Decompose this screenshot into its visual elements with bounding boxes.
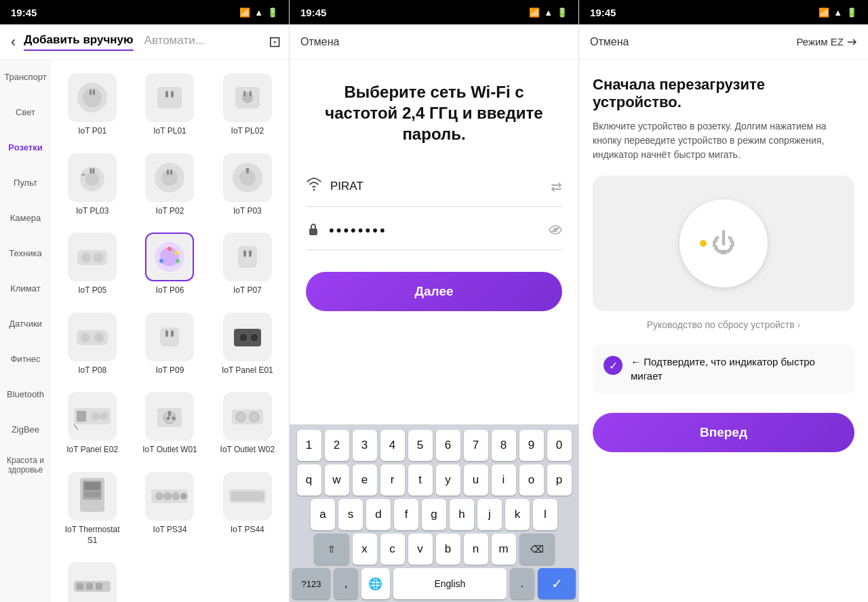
kb-key-3[interactable]: 3 — [353, 430, 377, 461]
battery-icon: 🔋 — [267, 7, 278, 18]
device-card-p09[interactable]: IoT P09 — [134, 307, 205, 382]
kb-key-8[interactable]: 8 — [492, 430, 516, 461]
device-card-ps34[interactable]: IoT PS34 — [134, 466, 205, 551]
device-card-p45[interactable]: IoT P45 — [56, 557, 128, 602]
sidebar-item-zigbee[interactable]: ZigBee — [0, 412, 51, 447]
svg-rect-3 — [93, 89, 95, 95]
device-label-p03: IoT P03 — [233, 206, 262, 217]
device-circle: ⏻ — [679, 199, 768, 287]
sidebar-item-sockets[interactable]: Розетки — [0, 130, 51, 165]
cancel-button-2[interactable]: Отмена — [300, 36, 339, 48]
kb-key-7[interactable]: 7 — [464, 430, 488, 461]
device-card-panel-e02[interactable]: IoT Panel E02 — [56, 386, 128, 461]
device-card-pl02[interactable]: IoT PL02 — [212, 68, 283, 142]
device-img-panel-e02 — [68, 392, 117, 441]
sidebar-item-beauty[interactable]: Красота и здоровье — [0, 447, 51, 483]
device-card-pl03[interactable]: IoT PL03 — [56, 148, 128, 222]
kb-key-g[interactable]: g — [422, 499, 446, 530]
device-card-p08[interactable]: IoT P08 — [56, 307, 128, 382]
device-card-p01[interactable]: IoT P01 — [56, 68, 128, 142]
sidebar-item-fitness[interactable]: Фитнес — [0, 342, 51, 377]
device-card-panel-e01[interactable]: IoT Panel E01 — [212, 307, 283, 382]
sidebar-item-climate[interactable]: Климат — [0, 271, 51, 306]
device-card-outlet-w01[interactable]: IoT Outlet W01 — [134, 386, 205, 461]
kb-key-v[interactable]: v — [408, 534, 433, 565]
kb-key-o[interactable]: o — [519, 464, 544, 496]
kb-globe-key[interactable]: 🌐 — [361, 568, 390, 599]
device-card-ps44[interactable]: IoT PS44 — [212, 466, 283, 551]
device-card-p07[interactable]: IoT P07 — [212, 227, 283, 302]
kb-key-f[interactable]: f — [394, 499, 418, 530]
wifi-row[interactable]: PIRAT ⇄ — [306, 167, 562, 207]
kb-special-key[interactable]: ?123 — [292, 568, 330, 599]
tab-manual[interactable]: Добавить вручную — [24, 33, 133, 51]
kb-key-s[interactable]: s — [338, 499, 363, 530]
kb-key-h[interactable]: h — [450, 499, 474, 530]
kb-key-4[interactable]: 4 — [380, 430, 405, 461]
kb-key-r[interactable]: r — [380, 464, 405, 496]
forward-button[interactable]: Вперед — [593, 413, 854, 452]
kb-period-key[interactable]: . — [510, 568, 534, 599]
scan-icon[interactable]: ⊡ — [269, 33, 281, 51]
device-img-panel-e01 — [223, 313, 272, 361]
sidebar-item-camera[interactable]: Камера — [0, 201, 51, 236]
device-card-outlet-w02[interactable]: IoT Outlet W02 — [212, 386, 283, 461]
sidebar-item-tech[interactable]: Техника — [0, 236, 51, 271]
kb-key-0[interactable]: 0 — [547, 430, 572, 461]
kb-key-w[interactable]: w — [325, 464, 349, 496]
svg-rect-34 — [243, 250, 246, 257]
device-card-p02[interactable]: IoT P02 — [134, 148, 205, 222]
kb-key-n[interactable]: n — [464, 534, 488, 565]
kb-key-d[interactable]: d — [366, 499, 391, 530]
svg-point-73 — [313, 188, 315, 190]
kb-key-q[interactable]: q — [297, 464, 321, 496]
next-button[interactable]: Далее — [306, 272, 562, 311]
password-toggle-icon[interactable] — [549, 224, 562, 238]
device-card-pl01[interactable]: IoT PL01 — [134, 68, 205, 142]
mode-label[interactable]: Режим EZ — [796, 36, 857, 47]
wifi-switch-icon[interactable]: ⇄ — [551, 178, 562, 195]
device-card-p06[interactable]: IoT P06 — [134, 227, 205, 302]
kb-key-c[interactable]: c — [380, 534, 405, 565]
password-row[interactable]: •••••••• — [306, 212, 562, 250]
kb-key-2[interactable]: 2 — [325, 430, 349, 461]
kb-key-b[interactable]: b — [436, 534, 460, 565]
kb-key-k[interactable]: k — [505, 499, 530, 530]
kb-key-u[interactable]: u — [464, 464, 488, 496]
device-card-p03[interactable]: IoT P03 — [212, 148, 283, 222]
device-card-thermostat[interactable]: IoT Thermostat S1 — [56, 466, 128, 551]
kb-key-t[interactable]: t — [408, 464, 433, 496]
kb-confirm-key[interactable]: ✓ — [538, 568, 576, 599]
kb-key-e[interactable]: e — [353, 464, 377, 496]
kb-key-a[interactable]: a — [311, 499, 335, 530]
kb-key-9[interactable]: 9 — [519, 430, 544, 461]
password-field[interactable]: •••••••• — [329, 222, 540, 239]
sidebar-item-transport[interactable]: Транспорт — [0, 60, 51, 95]
sidebar-item-bluetooth[interactable]: Bluetooth — [0, 377, 51, 412]
kb-key-1[interactable]: 1 — [297, 430, 321, 461]
sidebar-item-light[interactable]: Свет — [0, 95, 51, 130]
kb-key-m[interactable]: m — [492, 534, 516, 565]
kb-delete-key[interactable]: ⌫ — [519, 534, 555, 565]
kb-key-l[interactable]: l — [533, 499, 557, 530]
tab-auto[interactable]: Автомати... — [144, 34, 205, 50]
back-button[interactable]: ‹ — [8, 31, 18, 54]
kb-key-i[interactable]: i — [492, 464, 516, 496]
kb-shift-key[interactable]: ⇧ — [314, 534, 349, 565]
sidebar-item-remote[interactable]: Пульт — [0, 165, 51, 201]
kb-space-key[interactable]: English — [393, 568, 507, 599]
check-circle[interactable]: ✓ — [604, 356, 623, 375]
cancel-button-3[interactable]: Отмена — [590, 36, 629, 48]
sidebar-item-sensors[interactable]: Датчики — [0, 306, 51, 342]
device-card-p05[interactable]: IoT P05 — [56, 227, 128, 302]
kb-key-6[interactable]: 6 — [436, 430, 460, 461]
reset-guide-link[interactable]: Руководство по сбросу устройств › — [593, 319, 854, 330]
kb-key-j[interactable]: j — [477, 499, 502, 530]
kb-key-5[interactable]: 5 — [408, 430, 433, 461]
kb-key-x[interactable]: x — [353, 534, 377, 565]
kb-comma-key[interactable]: , — [334, 568, 358, 599]
kb-key-y[interactable]: y — [436, 464, 460, 496]
kb-key-p[interactable]: p — [547, 464, 572, 496]
power-icon: ⏻ — [711, 229, 736, 258]
status-time-1: 19:45 — [11, 7, 37, 18]
